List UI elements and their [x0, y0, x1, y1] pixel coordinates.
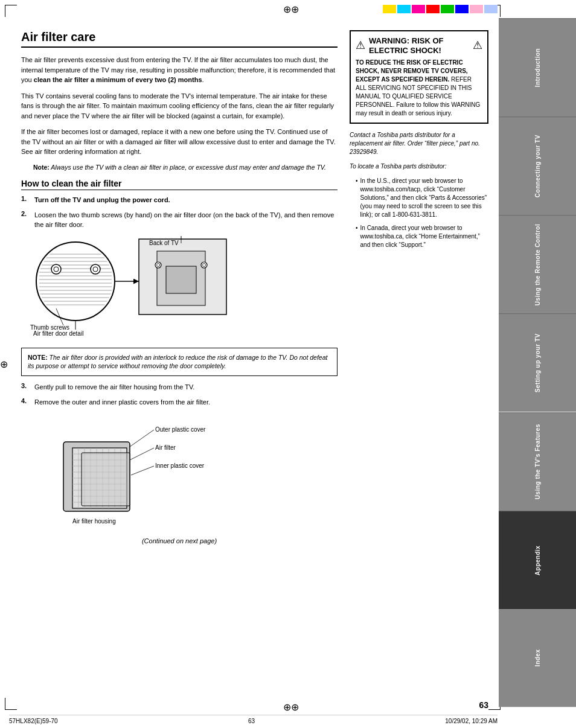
bullet-dot-2: • — [356, 224, 358, 249]
color-red — [426, 5, 440, 13]
svg-text:Back of TV: Back of TV — [149, 240, 179, 246]
step-4-num: 4. — [21, 397, 31, 404]
sidebar-tab-appendix[interactable]: Appendix — [499, 511, 576, 609]
warning-title: WARNING: RISK OF ELECTRIC SHOCK! — [369, 36, 469, 55]
step-4: 4. Remove the outer and inner plastic co… — [21, 397, 338, 407]
step-1-text: Turn off the TV and unplug the power cor… — [34, 195, 170, 205]
sidebar-tab-connecting[interactable]: Connecting your TV — [499, 117, 576, 215]
footer-right: 10/29/02, 10:29 AM — [445, 718, 498, 724]
diagram-1-svg: Air filter door detail Back of TV — [27, 236, 232, 336]
section-heading: How to clean the air filter — [21, 179, 338, 190]
intro-paragraph-2: This TV contains several cooling fans to… — [21, 91, 338, 121]
svg-line-60 — [131, 466, 154, 475]
distributor-p2: To locate a Toshiba parts distributor: — [350, 162, 488, 171]
sidebar-tab-introduction[interactable]: Introduction — [499, 18, 576, 117]
svg-point-27 — [157, 263, 160, 266]
warning-icon-right: ⚠ — [473, 38, 482, 53]
svg-line-58 — [130, 448, 154, 460]
bullet-list: • In the U.S., direct your web browser t… — [350, 177, 488, 249]
page-number: 63 — [479, 700, 488, 710]
step-1-num: 1. — [21, 195, 31, 202]
step-1: 1. Turn off the TV and unplug the power … — [21, 195, 338, 205]
step-4-text: Remove the outer and inner plastic cover… — [34, 397, 210, 407]
step-2-text: Loosen the two thumb screws (by hand) on… — [34, 210, 338, 230]
color-green — [441, 5, 454, 13]
diagram-2: Outer plastic cover Air filter Inner pla… — [27, 412, 338, 532]
corner-mark-bl — [5, 698, 17, 710]
color-blue — [455, 5, 469, 13]
color-lightblue — [484, 5, 498, 13]
step-3: 3. Gently pull to remove the air filter … — [21, 382, 338, 392]
color-lightpink — [470, 5, 483, 13]
crosshair-left: ⊕ — [0, 359, 8, 370]
diagram-1: Air filter door detail Back of TV — [27, 236, 338, 342]
svg-line-56 — [130, 430, 154, 447]
svg-rect-25 — [166, 266, 196, 293]
intro-paragraph-1: The air filter prevents excessive dust f… — [21, 55, 338, 85]
bullet-item-1: • In the U.S., direct your web browser t… — [356, 177, 488, 219]
color-yellow — [383, 5, 396, 13]
svg-point-20 — [93, 267, 98, 272]
note-box-label: NOTE: — [28, 354, 48, 361]
svg-text:Outer plastic cover: Outer plastic cover — [155, 426, 206, 433]
svg-point-29 — [203, 263, 206, 266]
color-cyan — [397, 5, 411, 13]
continued-text: (Continued on next page) — [21, 537, 338, 544]
warning-header: ⚠ WARNING: RISK OF ELECTRIC SHOCK! ⚠ — [356, 36, 482, 55]
color-magenta — [412, 5, 425, 13]
svg-text:Air filter housing: Air filter housing — [72, 518, 116, 525]
note-1-label: Note: — [33, 164, 50, 171]
note-1: Note: Always use the TV with a clean air… — [33, 163, 338, 172]
note-box: NOTE: The air filter door is provided wi… — [21, 348, 338, 376]
diagram-2-svg: Outer plastic cover Air filter Inner pla… — [27, 412, 232, 529]
bullet-dot-1: • — [356, 177, 358, 219]
distributor-p1: Contact a Toshiba parts distributor for … — [350, 131, 488, 156]
note-box-text: The air filter door is provided with an … — [28, 354, 327, 370]
svg-text:Air filter: Air filter — [155, 444, 176, 451]
right-sidebar: Introduction Connecting your TV Using th… — [499, 18, 576, 707]
warning-icon-left: ⚠ — [356, 38, 365, 53]
crosshair-bottom: ⊕ — [283, 701, 293, 711]
svg-text:Air filter door detail: Air filter door detail — [33, 330, 83, 336]
step-3-text: Gently pull to remove the air filter hou… — [34, 382, 194, 392]
step-2-num: 2. — [21, 210, 31, 217]
intro-paragraph-3: If the air filter becomes lost or damage… — [21, 127, 338, 157]
sidebar-tab-remote[interactable]: Using the Remote Control — [499, 215, 576, 313]
bullet-item-2: • In Canada, direct your web browser to … — [356, 224, 488, 249]
warning-body: TO REDUCE THE RISK OF ELECTRIC SHOCK, NE… — [356, 59, 482, 118]
sidebar-tab-index[interactable]: Index — [499, 609, 576, 707]
svg-point-0 — [36, 242, 115, 321]
footer-left: 57HLX82(E)59-70 — [9, 718, 58, 724]
sidebar-tab-features[interactable]: Using the TV's Features — [499, 412, 576, 511]
page-title: Air filter care — [21, 30, 338, 48]
svg-point-18 — [54, 267, 59, 272]
top-color-bar — [383, 5, 498, 13]
svg-rect-55 — [82, 453, 130, 506]
step-3-num: 3. — [21, 382, 31, 389]
page-footer: 57HLX82(E)59-70 63 10/29/02, 10:29 AM — [9, 715, 498, 724]
warning-box: ⚠ WARNING: RISK OF ELECTRIC SHOCK! ⚠ TO … — [350, 30, 488, 124]
svg-text:Inner plastic cover: Inner plastic cover — [155, 462, 205, 469]
footer-center: 63 — [248, 718, 255, 724]
svg-text:Back of TV: Back of TV — [151, 236, 181, 237]
crosshair-top: ⊕ — [283, 4, 293, 13]
left-column: Air filter care The air filter prevents … — [21, 30, 338, 692]
step-2: 2. Loosen the two thumb screws (by hand)… — [21, 210, 338, 230]
corner-mark-tl — [5, 5, 17, 17]
right-column: ⚠ WARNING: RISK OF ELECTRIC SHOCK! ⚠ TO … — [350, 30, 488, 692]
sidebar-tab-setting[interactable]: Setting up your TV — [499, 313, 576, 412]
